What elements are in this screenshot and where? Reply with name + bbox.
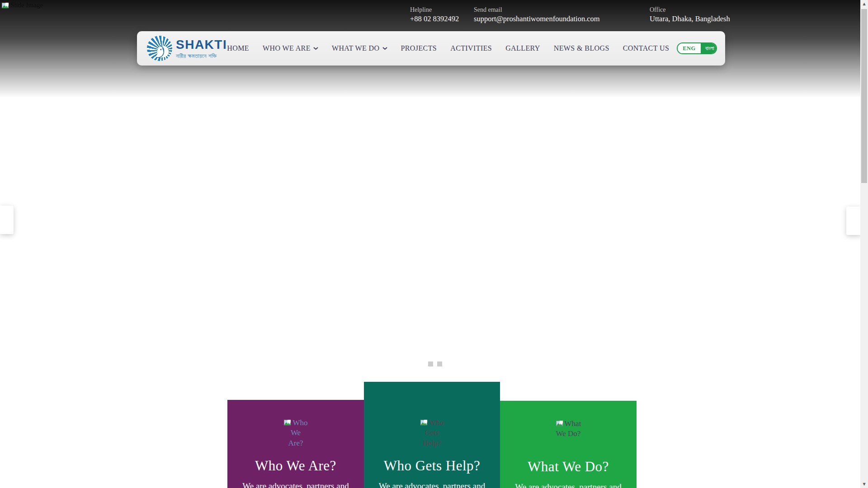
- nav-item-label: GALLERY: [505, 44, 540, 52]
- scrollbar[interactable]: ▲ ▼: [860, 0, 868, 488]
- card-inner: Who Gets Help? Who Gets Help? We are adv…: [364, 382, 500, 488]
- nav-item-label: CONTACT US: [623, 44, 669, 52]
- slider-dots: [428, 361, 442, 366]
- nav-item-label: HOME: [227, 44, 249, 52]
- chevron-down-icon: [382, 47, 387, 50]
- card-who-gets-help[interactable]: Who Gets Help? Who Gets Help? We are adv…: [364, 382, 500, 488]
- nav-item-who-we-are[interactable]: WHO WE ARE: [263, 44, 318, 52]
- nav-item-what-we-do[interactable]: WHAT WE DO: [332, 44, 387, 52]
- card-title[interactable]: Who We Are?: [227, 458, 364, 474]
- nav-item-projects[interactable]: PROJECTS: [401, 44, 437, 52]
- hero-slide-alt-text: Slide Image: [10, 1, 43, 9]
- scrollbar-thumb[interactable]: [861, 9, 867, 183]
- slider-dot-2[interactable]: [437, 361, 442, 366]
- topbar-email: Send email support@proshantiwomenfoundat…: [474, 6, 600, 23]
- language-eng-button[interactable]: ENG: [678, 43, 701, 53]
- card-text: We are advocates, partners and: [364, 481, 500, 488]
- card-text: We are advocates, partners and: [500, 482, 637, 488]
- page: Slide Image Helpline +88 02 8392492 Send…: [0, 0, 868, 488]
- chevron-down-icon: [313, 47, 318, 50]
- card-inner: What We Do? What We Do? We are advocates…: [500, 401, 637, 488]
- email-label: Send email: [474, 6, 600, 14]
- nav-item-home[interactable]: HOME: [227, 44, 249, 52]
- main-navbar: SHAKTI নারীর ক্ষমতায়নে শক্তি HOME WHO W…: [137, 31, 725, 66]
- broken-image-icon: [420, 419, 428, 427]
- nav-item-gallery[interactable]: GALLERY: [505, 44, 540, 52]
- scrollbar-down-arrow[interactable]: ▼: [860, 480, 868, 488]
- nav-item-label: ACTIVITIES: [450, 44, 492, 52]
- broken-image-icon: [1, 2, 9, 9]
- helpline-number[interactable]: +88 02 8392492: [410, 14, 459, 23]
- slider-prev-button[interactable]: [0, 206, 14, 234]
- card-broken-image: What We Do?: [556, 419, 581, 459]
- card-text: We are advocates, partners and: [227, 481, 364, 488]
- office-address: Uttara, Dhaka, Bangladesh: [650, 14, 730, 23]
- nav-item-activities[interactable]: ACTIVITIES: [450, 44, 492, 52]
- card-what-we-do[interactable]: What We Do? What We Do? We are advocates…: [500, 401, 637, 488]
- shakti-logo-icon: [147, 36, 172, 61]
- nav-item-label: NEWS & BLOGS: [554, 44, 609, 52]
- office-label: Office: [650, 6, 730, 14]
- email-address[interactable]: support@proshantiwomenfoundation.com: [474, 14, 600, 23]
- nav-item-label: PROJECTS: [401, 44, 437, 52]
- nav-item-contact-us[interactable]: CONTACT US: [623, 44, 669, 52]
- helpline-label: Helpline: [410, 6, 459, 14]
- nav-item-label: WHO WE ARE: [263, 44, 311, 52]
- nav-item-news-blogs[interactable]: NEWS & BLOGS: [554, 44, 609, 52]
- scrollbar-up-arrow[interactable]: ▲: [860, 0, 868, 8]
- slider-dot-1[interactable]: [428, 361, 433, 366]
- card-broken-image: Who We Are?: [283, 418, 309, 458]
- slider-next-button[interactable]: [846, 206, 861, 235]
- topbar-office: Office Uttara, Dhaka, Bangladesh: [650, 6, 730, 23]
- broken-image-icon: [556, 420, 563, 427]
- language-toggle[interactable]: ENG বাংলা: [677, 42, 717, 54]
- card-who-we-are[interactable]: Who We Are? Who We Are? We are advocates…: [227, 400, 364, 488]
- card-title[interactable]: Who Gets Help?: [364, 458, 500, 474]
- main-menu: HOME WHO WE ARE WHAT WE DO PROJECTS ACTI…: [227, 44, 669, 52]
- language-bangla-button[interactable]: বাংলা: [701, 43, 717, 53]
- brand-text: SHAKTI নারীর ক্ষমতায়নে শক্তি: [176, 38, 227, 59]
- topbar-helpline: Helpline +88 02 8392492: [410, 6, 459, 23]
- brand-logo[interactable]: SHAKTI নারীর ক্ষমতায়নে শক্তি: [147, 36, 227, 61]
- card-inner: Who We Are? Who We Are? We are advocates…: [227, 400, 364, 488]
- card-broken-image: Who Gets Help?: [419, 418, 445, 458]
- hero-slide-broken-image: Slide Image: [1, 1, 43, 9]
- broken-image-icon: [283, 419, 291, 427]
- brand-name: SHAKTI: [176, 38, 227, 51]
- nav-item-label: WHAT WE DO: [332, 44, 380, 52]
- card-title[interactable]: What We Do?: [500, 459, 637, 475]
- brand-tagline: নারীর ক্ষমতায়নে শক্তি: [176, 53, 227, 59]
